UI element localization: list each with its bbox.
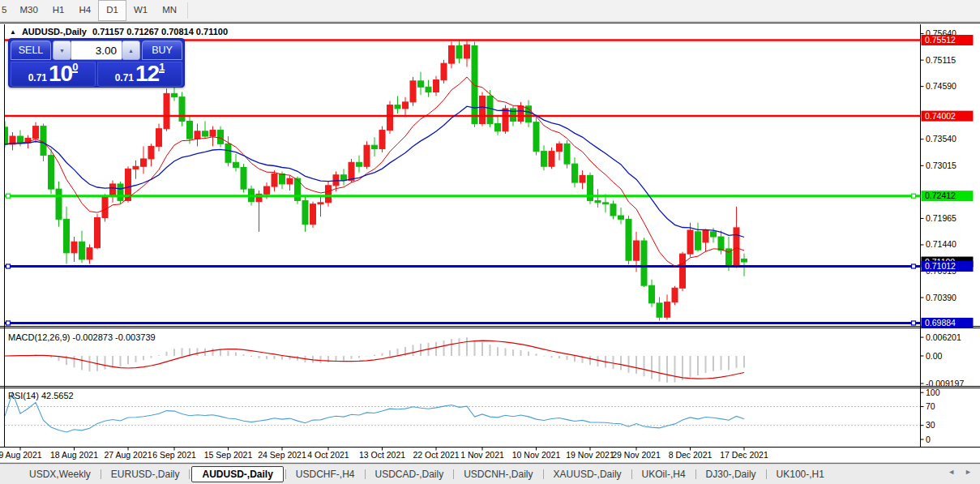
svg-text:22 Oct 2021: 22 Oct 2021	[413, 450, 459, 460]
sell-price-sup: 0	[72, 63, 78, 73]
sell-button[interactable]: SELL	[11, 41, 51, 60]
tab-xauusd-daily[interactable]: XAUUSD-,Daily	[546, 466, 630, 482]
svg-text:6 Sep 2021: 6 Sep 2021	[152, 450, 196, 460]
tab-scroll-arrows: ◄►	[948, 468, 972, 476]
price-chart-canvas[interactable]: 0.756400.751150.745900.735400.730150.719…	[0, 22, 980, 465]
svg-text:0.71012: 0.71012	[925, 261, 956, 271]
one-click-trading-panel: SELL ▼ 3.00 ▲ BUY 0.71100 0.71121	[8, 38, 185, 88]
hline-handle[interactable]	[912, 194, 916, 198]
chart-title: ▲ AUDUSD-,Daily 0.71157 0.71267 0.70814 …	[10, 27, 228, 36]
svg-text:27 Aug 2021: 27 Aug 2021	[105, 450, 152, 460]
hline-handle[interactable]	[6, 264, 11, 268]
chart-ohlc-quotes: 0.71157 0.71267 0.70814 0.71100	[92, 27, 228, 36]
svg-text:0.75512: 0.75512	[925, 35, 956, 45]
timeframe-button-H4[interactable]: H4	[71, 0, 98, 21]
tab-dj30-daily[interactable]: DJ30-,Daily	[698, 466, 764, 482]
svg-text:29 Nov 2021: 29 Nov 2021	[612, 450, 661, 460]
volume-input[interactable]: 3.00	[71, 41, 122, 60]
svg-text:8 Dec 2021: 8 Dec 2021	[669, 450, 713, 460]
svg-text:19 Nov 2021: 19 Nov 2021	[566, 450, 614, 460]
chart-symbol-period: AUDUSD-,Daily	[22, 27, 87, 36]
sell-price-display[interactable]: 0.71100	[11, 62, 96, 87]
chevron-up-icon: ▲	[128, 48, 134, 54]
svg-text:100: 100	[926, 388, 940, 397]
chart-window: 0.756400.751150.745900.735400.730150.719…	[0, 22, 980, 465]
svg-text:0.73015: 0.73015	[926, 161, 956, 170]
timeframe-button-5[interactable]: 5	[0, 0, 12, 21]
hline-handle[interactable]	[6, 194, 11, 198]
rsi-label: RSI(14) 42.5652	[8, 391, 74, 400]
volume-increase-button[interactable]: ▲	[122, 41, 140, 60]
tab-separator	[365, 469, 366, 479]
hline-handle[interactable]	[912, 264, 916, 268]
mt4-window: 5M30H1H4D1W1MN 0.756400.751150.745900.73…	[0, 0, 980, 484]
tab-separator	[543, 469, 544, 479]
timeframe-button-D1[interactable]: D1	[98, 0, 126, 21]
svg-text:0.71965: 0.71965	[926, 213, 956, 223]
buy-price-sup: 1	[159, 63, 165, 73]
svg-text:17 Dec 2021: 17 Dec 2021	[720, 450, 768, 460]
svg-text:0.69884: 0.69884	[925, 318, 956, 328]
tab-usdx-weekly[interactable]: USDX,Weekly	[21, 466, 99, 482]
collapse-icon[interactable]: ▲	[10, 28, 16, 36]
svg-text:9 Aug 2021: 9 Aug 2021	[0, 450, 42, 460]
buy-price-small: 0.71	[115, 72, 134, 84]
chevron-down-icon: ▼	[59, 48, 65, 54]
sell-price-small: 0.71	[28, 72, 47, 84]
timeframe-button-H1[interactable]: H1	[45, 0, 72, 21]
svg-text:-0.009197: -0.009197	[926, 379, 964, 388]
svg-text:0.74590: 0.74590	[926, 81, 956, 91]
volume-stepper: ▼ 3.00 ▲	[53, 41, 140, 60]
tab-separator	[453, 469, 454, 479]
svg-text:30: 30	[926, 420, 935, 430]
tab-uk100-h1[interactable]: UK100-,H1	[768, 466, 832, 482]
svg-text:0.00: 0.00	[926, 351, 943, 361]
tab-scroll-right-icon[interactable]: ►	[965, 468, 972, 476]
hline-handle[interactable]	[912, 321, 916, 325]
buy-price-display[interactable]: 0.71121	[97, 62, 182, 87]
svg-text:0.74002: 0.74002	[925, 111, 956, 121]
svg-text:0.75115: 0.75115	[926, 55, 956, 65]
tab-separator	[766, 469, 767, 479]
tab-separator	[285, 469, 286, 479]
svg-text:4 Oct 2021: 4 Oct 2021	[307, 450, 349, 460]
svg-text:0.006201: 0.006201	[926, 332, 961, 342]
volume-decrease-button[interactable]: ▼	[53, 41, 71, 60]
timeframe-button-MN[interactable]: MN	[155, 0, 184, 21]
svg-text:0.71440: 0.71440	[926, 239, 956, 249]
svg-text:24 Sep 2021: 24 Sep 2021	[258, 450, 306, 460]
toolbar-separator	[187, 2, 188, 19]
buy-price-big: 12	[135, 63, 159, 84]
tab-eurusd-daily[interactable]: EURUSD-,Daily	[103, 466, 188, 482]
svg-text:0.72412: 0.72412	[925, 191, 956, 200]
buy-button[interactable]: BUY	[142, 41, 182, 60]
svg-text:10 Nov 2021: 10 Nov 2021	[512, 450, 561, 460]
tab-separator	[631, 469, 632, 479]
macd-label: MACD(12,26,9) -0.002873 -0.003739	[8, 332, 156, 342]
tab-usdchf-h4[interactable]: USDCHF-,H4	[288, 466, 363, 482]
tab-usdcnh-daily[interactable]: USDCNH-,Daily	[456, 466, 541, 482]
hline-handle[interactable]	[6, 321, 11, 325]
tab-separator	[189, 469, 190, 479]
timeframe-button-M30[interactable]: M30	[12, 0, 45, 21]
svg-text:18 Aug 2021: 18 Aug 2021	[50, 450, 98, 460]
timeframe-button-W1[interactable]: W1	[126, 0, 155, 21]
svg-text:0.70390: 0.70390	[926, 293, 956, 302]
svg-text:0: 0	[926, 435, 931, 444]
tab-separator	[695, 469, 696, 479]
svg-text:70: 70	[926, 401, 935, 411]
tab-ukoil-h4[interactable]: UKOil-,H4	[634, 466, 694, 482]
svg-text:13 Oct 2021: 13 Oct 2021	[359, 450, 405, 460]
timeframe-toolbar: 5M30H1H4D1W1MN	[0, 0, 980, 22]
tab-separator	[101, 469, 101, 479]
svg-text:15 Sep 2021: 15 Sep 2021	[204, 450, 253, 460]
svg-text:1 Nov 2021: 1 Nov 2021	[460, 450, 504, 460]
chart-tab-bar: USDX,WeeklyEURUSD-,DailyAUDUSD-,DailyUSD…	[0, 465, 980, 484]
sell-price-big: 10	[49, 63, 72, 84]
svg-text:0.73540: 0.73540	[926, 134, 956, 143]
tab-audusd-daily[interactable]: AUDUSD-,Daily	[191, 466, 283, 482]
tab-scroll-left-icon[interactable]: ◄	[948, 468, 955, 476]
tab-usdcad-daily[interactable]: USDCAD-,Daily	[367, 466, 452, 482]
